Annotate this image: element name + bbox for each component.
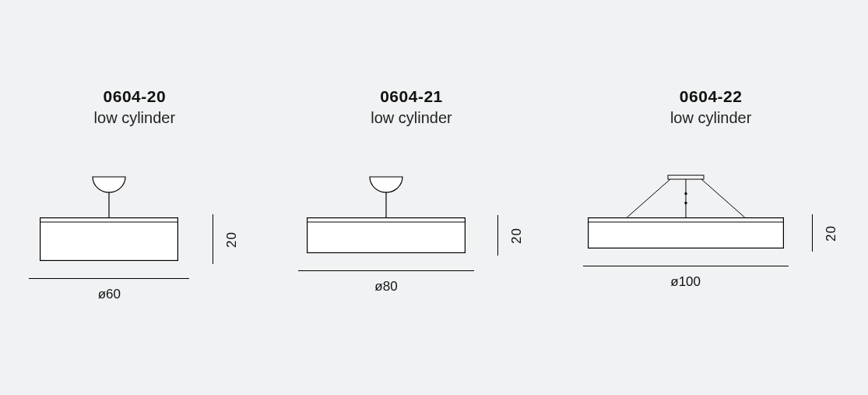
svg-point-11 — [684, 203, 687, 205]
figure-column: ø80 — [298, 174, 474, 294]
height-dimension-line — [812, 214, 813, 252]
diameter-dimension-line — [583, 266, 789, 266]
product-code: 0604-21 — [371, 86, 452, 108]
diameter-dimension-line — [29, 278, 189, 279]
svg-point-10 — [684, 193, 687, 196]
diameter-label: ø100 — [670, 274, 701, 290]
lamp-drawing — [40, 174, 178, 261]
height-label: 20 — [224, 231, 240, 248]
height-label: 20 — [509, 227, 525, 244]
variant-title-block: 0604-20low cylinder — [94, 86, 175, 129]
figure-row: ø10020 — [583, 174, 839, 290]
product-code: 0604-20 — [94, 86, 175, 108]
svg-rect-4 — [307, 218, 466, 253]
product-description: low cylinder — [670, 108, 751, 129]
variant-0604-21: 0604-21low cylinder ø8020 — [298, 86, 525, 294]
height-label: 20 — [824, 225, 839, 242]
product-description: low cylinder — [94, 108, 175, 129]
variant-title-block: 0604-22low cylinder — [670, 86, 751, 129]
diameter-label: ø80 — [374, 279, 397, 294]
diameter-label: ø60 — [98, 287, 121, 302]
lamp-drawing — [588, 174, 784, 249]
height-dimension-group: 20 — [812, 214, 839, 252]
height-dimension-line — [497, 215, 498, 256]
figure-row: ø6020 — [29, 174, 240, 302]
height-dimension-group: 20 — [213, 214, 240, 264]
diameter-dimension-line — [298, 270, 474, 271]
figure-column: ø100 — [583, 174, 789, 290]
lamp-drawing — [307, 174, 466, 253]
variant-0604-20: 0604-20low cylinder ø6020 — [29, 86, 240, 302]
product-description: low cylinder — [371, 108, 452, 129]
variant-0604-22: 0604-22low cylinder ø10020 — [583, 86, 839, 290]
figure-column: ø60 — [29, 174, 189, 302]
product-code: 0604-22 — [670, 86, 751, 108]
svg-line-9 — [701, 179, 745, 217]
height-dimension-group: 20 — [497, 215, 525, 256]
svg-rect-6 — [668, 175, 704, 179]
height-dimension-line — [213, 214, 213, 264]
variant-title-block: 0604-21low cylinder — [371, 86, 452, 129]
svg-rect-1 — [40, 218, 178, 261]
figure-row: ø8020 — [298, 174, 525, 294]
svg-line-7 — [627, 179, 670, 217]
